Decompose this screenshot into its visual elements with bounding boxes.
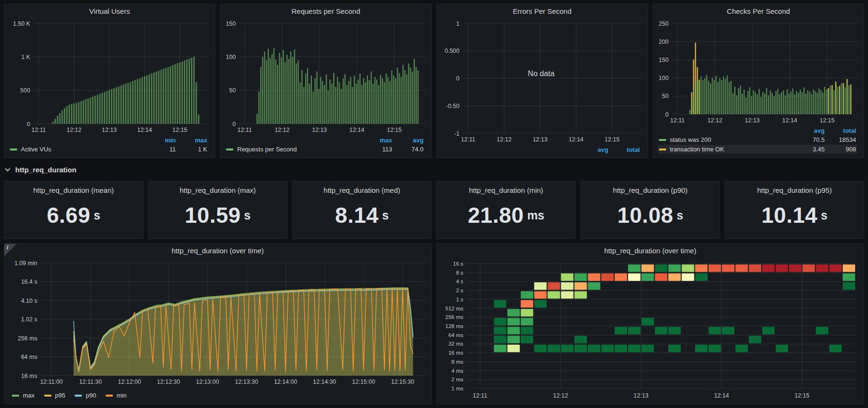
panel-virtual-users: Virtual Users 05001 K1.50 K12:1112:1212:…: [4, 4, 215, 158]
legend-swatch-icon: [44, 395, 51, 397]
svg-text:500: 500: [20, 87, 30, 94]
svg-text:12:13: 12:13: [633, 392, 648, 399]
svg-text:12:15: 12:15: [604, 136, 619, 143]
svg-text:12:13:00: 12:13:00: [196, 378, 219, 385]
stat-title[interactable]: http_req_duration (max): [149, 181, 287, 198]
svg-text:16.4 s: 16.4 s: [21, 279, 37, 285]
stat-value: 10.59: [185, 202, 241, 228]
legend-stat-header[interactable]: avg: [393, 136, 425, 144]
stat-panel-min: http_req_duration (min) 21.80ms: [436, 181, 576, 239]
legend-stat-header[interactable]: total: [826, 127, 857, 135]
svg-text:12:12: 12:12: [707, 117, 722, 124]
bottom-row: i http_req_duration (over time) 16 ms64 …: [4, 243, 864, 404]
panel-requests-per-second: Requests per Second 05010015012:1112:121…: [220, 4, 431, 158]
svg-text:12:11: 12:11: [238, 127, 252, 133]
legend-swatch-icon: [106, 395, 113, 397]
stat-value: 10.14: [761, 202, 818, 228]
panel-title-checks-per-second[interactable]: Checks Per Second: [653, 4, 864, 19]
legend-stat-header[interactable]: avg: [582, 146, 609, 154]
svg-text:12:13: 12:13: [745, 117, 759, 124]
legend-series-swatch-icon: [226, 149, 233, 150]
svg-text:2 ms: 2 ms: [451, 377, 463, 382]
svg-text:12:15: 12:15: [172, 127, 187, 133]
legend-series-value: 70.5: [798, 135, 826, 144]
legend-stat-header[interactable]: avg: [798, 127, 826, 135]
stat-title[interactable]: http_req_duration (mean): [4, 181, 143, 198]
svg-text:1: 1: [456, 20, 459, 27]
svg-text:100: 100: [226, 54, 236, 60]
svg-text:100: 100: [658, 75, 668, 81]
duration-heatmap-chart[interactable]: 16 s8 s4 s2 s1 s512 ms256 ms128 ms64 ms3…: [439, 259, 860, 404]
svg-text:2 s: 2 s: [456, 288, 463, 293]
panel-title-duration-over-time[interactable]: http_req_duration (over time): [4, 244, 431, 258]
svg-text:12:14: 12:14: [137, 127, 152, 133]
svg-text:12:15:30: 12:15:30: [391, 378, 414, 385]
panel-title-errors-per-second[interactable]: Errors Per Second: [437, 4, 648, 19]
svg-text:12:11: 12:11: [31, 127, 46, 133]
panel-title-duration-heatmap[interactable]: http_req_duration (over time): [437, 244, 864, 258]
stat-panel-p95: http_req_duration (p95) 10.14s: [725, 181, 864, 239]
legend-series-value: 18534: [826, 135, 857, 144]
virtual-users-chart[interactable]: 05001 K1.50 K12:1112:1212:1312:1412:15: [6, 20, 211, 135]
panel-duration-heatmap: http_req_duration (over time) 16 s8 s4 s…: [437, 243, 865, 404]
svg-text:12:14: 12:14: [569, 136, 583, 143]
stat-unit: s: [677, 209, 683, 222]
svg-text:4.10 s: 4.10 s: [21, 298, 37, 304]
svg-text:16 ms: 16 ms: [21, 373, 37, 379]
chevron-down-icon: [5, 166, 10, 171]
row-header-http-req-duration[interactable]: http_req_duration: [4, 162, 864, 177]
legend-swatch-icon: [75, 395, 82, 397]
stat-unit: s: [382, 209, 389, 222]
svg-text:32 ms: 32 ms: [448, 341, 463, 347]
svg-text:512 ms: 512 ms: [445, 306, 463, 311]
panel-title-virtual-users[interactable]: Virtual Users: [4, 4, 215, 19]
stat-value: 10.08: [617, 202, 673, 228]
legend-stat-header[interactable]: min: [149, 136, 177, 144]
panel-title-requests-per-second[interactable]: Requests per Second: [220, 4, 431, 19]
legend-series-label[interactable]: transaction time OK: [658, 145, 798, 154]
top-row: Virtual Users 05001 K1.50 K12:1112:1212:…: [4, 4, 864, 158]
stat-title[interactable]: http_req_duration (p95): [725, 181, 864, 198]
legend-series-label[interactable]: Requests per Second: [225, 145, 365, 154]
svg-text:-0.50: -0.50: [446, 103, 459, 109]
svg-text:12:14: 12:14: [782, 117, 797, 124]
legend-item-p90[interactable]: p90: [75, 392, 96, 399]
svg-text:150: 150: [226, 20, 236, 27]
legend-series-value: 11: [149, 145, 177, 154]
stat-title[interactable]: http_req_duration (med): [293, 181, 431, 198]
legend-series-label[interactable]: Active VUs: [9, 145, 149, 154]
legend-series-swatch-icon: [659, 149, 666, 150]
stat-unit: ms: [527, 209, 544, 222]
svg-text:50: 50: [662, 93, 668, 100]
stat-title[interactable]: http_req_duration (p90): [581, 181, 719, 198]
legend-stat-header[interactable]: max: [177, 136, 208, 144]
stat-value: 8.14: [335, 202, 379, 228]
svg-text:1.09 min: 1.09 min: [14, 260, 37, 267]
legend-series-value: 74.0: [393, 145, 425, 154]
legend-item-min[interactable]: min: [106, 392, 127, 399]
svg-text:1 K: 1 K: [21, 54, 30, 60]
legend-stat-header[interactable]: max: [366, 136, 393, 144]
svg-text:12:11:00: 12:11:00: [40, 378, 63, 385]
requests-per-second-chart[interactable]: 05010015012:1112:1212:1312:1412:15: [222, 20, 427, 135]
info-icon[interactable]: i: [4, 244, 17, 256]
svg-text:50: 50: [229, 87, 236, 94]
svg-text:12:14:00: 12:14:00: [274, 378, 297, 385]
panel-errors-per-second: Errors Per Second No data 10.5000-0.50-1…: [437, 4, 648, 158]
svg-text:12:12:00: 12:12:00: [118, 378, 141, 385]
stat-title[interactable]: http_req_duration (min): [437, 181, 575, 198]
checks-per-second-chart[interactable]: 05010015020025012:1112:1212:1312:1412:15: [655, 20, 860, 126]
errors-per-second-chart[interactable]: No data 10.5000-0.50-112:1112:1212:1312:…: [439, 20, 644, 145]
legend-item-p95[interactable]: p95: [44, 392, 66, 399]
legend-stat-header[interactable]: total: [609, 146, 641, 154]
legend-series-label[interactable]: status was 200: [658, 135, 798, 144]
legend-item-max[interactable]: max: [12, 392, 35, 399]
svg-text:12:11: 12:11: [670, 117, 684, 124]
svg-text:12:11:30: 12:11:30: [79, 378, 102, 385]
stat-panel-mean: http_req_duration (mean) 6.69s: [4, 181, 143, 239]
svg-text:4 s: 4 s: [456, 279, 463, 284]
duration-over-time-chart[interactable]: 16 ms64 ms256 ms1.02 s4.10 s16.4 s1.09 m…: [6, 259, 428, 391]
svg-text:256 ms: 256 ms: [445, 314, 463, 320]
svg-text:12:13: 12:13: [312, 127, 327, 133]
svg-text:12:12:30: 12:12:30: [157, 378, 180, 385]
